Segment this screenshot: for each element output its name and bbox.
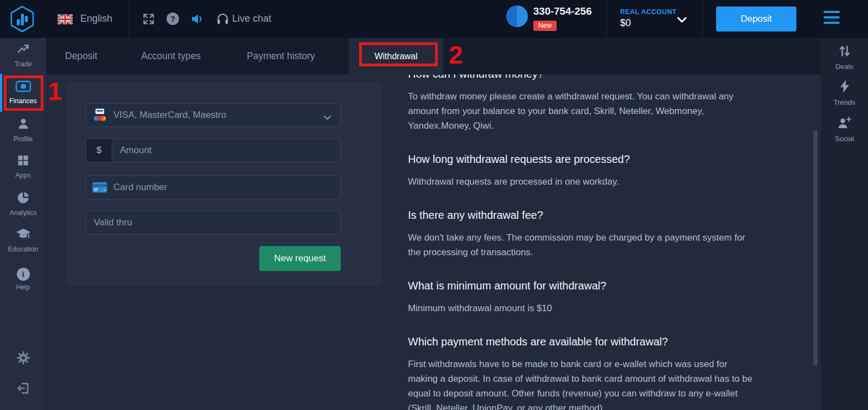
sidebar-item-trends[interactable]: Trends: [821, 79, 868, 106]
deals-arrows-icon: [838, 45, 851, 58]
tab-withdrawal[interactable]: Withdrawal: [349, 38, 443, 75]
language-selector[interactable]: English: [80, 13, 112, 24]
faq-question: Which payment methods are available for …: [408, 334, 758, 349]
education-cap-icon: [16, 228, 31, 241]
social-add-person-icon: [837, 116, 852, 130]
faq-block: What is minimum amount for withdrawal? M…: [408, 278, 758, 316]
main-content: How can I withdraw money? To withdraw mo…: [46, 38, 821, 410]
valid-thru-field[interactable]: Valid thru: [86, 211, 341, 235]
top-header: English ?: [0, 0, 868, 38]
faq-question: How long withdrawal requests are process…: [408, 152, 758, 167]
account-id: 330-754-256: [533, 5, 592, 17]
logout-icon[interactable]: [0, 381, 46, 398]
withdrawal-form-card: VISA, MasterCard, Maestro $ Amount: [67, 81, 382, 286]
sidebar-item-education[interactable]: Education: [0, 228, 46, 253]
visa-mastercard-icon: [86, 104, 113, 127]
amount-field[interactable]: $ Amount: [86, 138, 341, 162]
faq-answer: We don't take any fees. The commission m…: [408, 230, 758, 260]
profile-person-icon: [17, 117, 30, 130]
app-window: English ?: [0, 0, 868, 410]
sound-speaker-icon[interactable]: [191, 13, 204, 27]
header-divider: [607, 0, 607, 38]
chevron-down-icon: [323, 113, 331, 123]
faq-question: Is there any withdrawal fee?: [408, 207, 758, 223]
help-question-icon[interactable]: ?: [167, 12, 179, 25]
card-number-field[interactable]: Card number: [86, 175, 341, 199]
payment-method-select[interactable]: VISA, MasterCard, Maestro: [86, 103, 341, 127]
sidebar-item-profile[interactable]: Profile: [0, 117, 46, 143]
faq-block: How can I withdraw money? To withdraw mo…: [408, 66, 758, 133]
sidebar-item-analytics[interactable]: Analytics: [0, 191, 46, 217]
info-icon: i: [17, 268, 30, 281]
new-status-badge: New: [533, 21, 557, 31]
card-number-placeholder: Card number: [113, 182, 167, 193]
apps-grid-icon: [17, 154, 29, 167]
app-logo-icon[interactable]: [9, 5, 36, 33]
sidebar-item-help[interactable]: i Help: [0, 268, 46, 291]
tab-account-types[interactable]: Account types: [141, 38, 201, 74]
chevron-down-icon[interactable]: [677, 15, 687, 25]
faq-block: Is there any withdrawal fee? We don't ta…: [408, 207, 758, 260]
content-scrollbar[interactable]: [813, 130, 818, 365]
fullscreen-icon[interactable]: [142, 12, 155, 28]
faq-answer: To withdraw money please create a withdr…: [408, 89, 758, 133]
new-request-button[interactable]: New request: [259, 246, 341, 271]
headset-icon[interactable]: [216, 12, 229, 28]
tab-deposit[interactable]: Deposit: [65, 38, 97, 74]
header-divider: [703, 0, 703, 38]
valid-thru-placeholder: Valid thru: [94, 217, 132, 228]
sidebar-item-social[interactable]: Social: [821, 116, 868, 143]
left-sidebar: Trade Finances Profile Apps: [0, 38, 46, 410]
sidebar-item-deals[interactable]: Deals: [821, 45, 868, 71]
faq-block: Which payment methods are available for …: [408, 334, 758, 410]
faq-question: What is minimum amount for withdrawal?: [408, 278, 758, 293]
finances-banknote-icon: [15, 80, 31, 92]
faq-answer: Minimum withdrawal amount is $10: [408, 301, 758, 316]
right-sidebar: Deals Trends Social: [821, 38, 868, 410]
live-chat-button[interactable]: Live chat: [232, 13, 271, 24]
sidebar-item-finances[interactable]: Finances: [0, 80, 46, 105]
withdrawal-faq: How can I withdraw money? To withdraw mo…: [408, 66, 758, 410]
uk-flag-icon[interactable]: [58, 14, 73, 24]
account-switcher[interactable]: REAL ACCOUNT $0: [620, 8, 676, 29]
settings-gear-icon[interactable]: [0, 350, 46, 368]
faq-answer: First withdrawals have to be made to ban…: [408, 357, 758, 410]
user-avatar[interactable]: [506, 5, 528, 27]
header-divider: [129, 0, 129, 38]
deposit-button[interactable]: Deposit: [716, 7, 796, 31]
analytics-pie-icon: [17, 191, 30, 204]
faq-answer: Withdrawal requests are processed in one…: [408, 174, 758, 189]
dollar-prefix: $: [86, 139, 112, 162]
trade-chart-icon: [16, 42, 30, 55]
amount-placeholder: Amount: [120, 145, 152, 156]
menu-burger-icon[interactable]: [824, 11, 840, 26]
tab-payment-history[interactable]: Payment history: [247, 38, 315, 74]
sidebar-item-trade[interactable]: Trade: [0, 42, 46, 68]
credit-card-icon: [86, 176, 113, 199]
account-balance: $0: [620, 17, 676, 29]
payment-method-value: VISA, MasterCard, Maestro: [113, 110, 226, 121]
account-type-label: REAL ACCOUNT: [620, 8, 676, 16]
trends-lightning-icon: [839, 79, 851, 93]
sidebar-item-apps[interactable]: Apps: [0, 154, 46, 179]
faq-block: How long withdrawal requests are process…: [408, 152, 758, 189]
